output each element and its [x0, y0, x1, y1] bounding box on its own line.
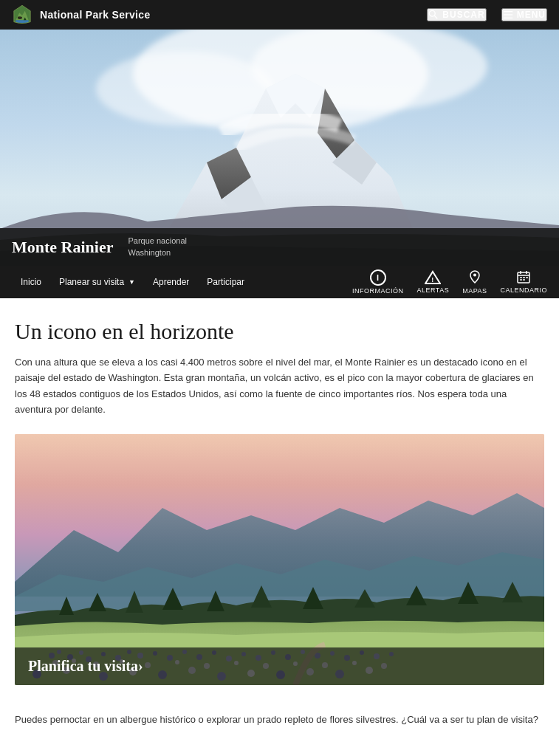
search-label: BUSCAR: [442, 10, 484, 20]
card-label-arrow: ›: [138, 658, 143, 674]
info-label: INFORMACIÓN: [352, 287, 404, 295]
nav-icons: i INFORMACIÓN ! ALERTAS MAPAS: [352, 269, 547, 295]
site-brand: National Park Service: [12, 4, 151, 25]
info-icon: i: [370, 269, 386, 286]
svg-rect-18: [526, 277, 528, 278]
svg-rect-19: [520, 279, 522, 281]
svg-point-9: [96, 52, 273, 126]
calendar-icon: [517, 270, 530, 285]
svg-point-11: [473, 273, 476, 276]
nav-planear[interactable]: Planear su visita ▼: [50, 266, 144, 298]
map-pin-icon: [470, 270, 480, 286]
info-nav-item[interactable]: i INFORMACIÓN: [352, 269, 404, 295]
alerts-nav-item[interactable]: ! ALERTAS: [416, 270, 449, 294]
top-nav: National Park Service BUSCAR MENÚ: [0, 0, 559, 30]
hero-section: Monte Rainier Parque nacional Washington: [0, 30, 559, 266]
nav-participar[interactable]: Participar: [198, 266, 253, 298]
park-subtitle-line1: Parque nacional: [128, 236, 187, 247]
svg-line-2: [435, 16, 438, 18]
footer-text: Puedes pernoctar en un albergue históric…: [0, 700, 559, 735]
svg-text:!: !: [432, 276, 435, 284]
search-button[interactable]: BUSCAR: [427, 8, 486, 21]
nps-logo-icon: [12, 4, 32, 25]
alert-icon: !: [425, 270, 441, 285]
maps-nav-item[interactable]: MAPAS: [462, 270, 487, 295]
park-subtitle-line2: Washington: [128, 247, 187, 258]
top-nav-actions: BUSCAR MENÚ: [427, 8, 547, 21]
maps-label: MAPAS: [462, 287, 487, 295]
alerts-label: ALERTAS: [416, 286, 449, 294]
svg-point-1: [430, 10, 436, 16]
card-label[interactable]: Planifica tu visita›: [15, 647, 544, 685]
calendar-nav-item[interactable]: CALENDARIO: [500, 270, 547, 294]
secondary-nav: Inicio Planear su visita ▼ Aprender Part…: [0, 266, 559, 298]
park-name: Monte Rainier: [12, 238, 113, 257]
park-title-bar: Monte Rainier Parque nacional Washington: [0, 228, 559, 266]
svg-rect-16: [520, 277, 522, 278]
dropdown-arrow-icon: ▼: [128, 278, 135, 286]
site-title: National Park Service: [40, 9, 151, 21]
svg-rect-20: [523, 279, 525, 281]
section-body: Con una altura que se eleva a los casi 4…: [15, 354, 544, 418]
section-title: Un icono en el horizonte: [15, 319, 544, 344]
svg-rect-17: [523, 277, 525, 278]
calendar-label: CALENDARIO: [500, 286, 547, 294]
card-image-section[interactable]: Planifica tu visita›: [15, 434, 544, 685]
card-label-text: Planifica tu visita: [28, 658, 138, 674]
main-content: Un icono en el horizonte Con una altura …: [0, 298, 559, 700]
main-nav-links: Inicio Planear su visita ▼ Aprender Part…: [12, 266, 253, 298]
park-subtitle: Parque nacional Washington: [128, 236, 187, 258]
nav-inicio[interactable]: Inicio: [12, 266, 50, 298]
nav-aprender[interactable]: Aprender: [144, 266, 198, 298]
menu-label: MENÚ: [517, 10, 546, 20]
menu-button[interactable]: MENÚ: [501, 8, 547, 21]
